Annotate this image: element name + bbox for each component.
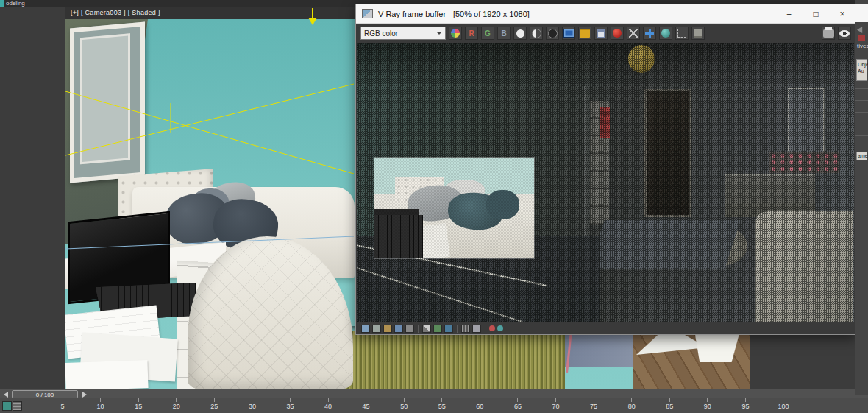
divider: [855, 112, 868, 113]
open-image-icon[interactable]: [383, 325, 392, 333]
vfb-title: V-Ray frame buffer - [50% of 1920 x 1080…: [378, 10, 530, 18]
tick-label: 70: [552, 403, 560, 410]
timeline-ruler-strip[interactable]: 5101520253035404550556065707580859095100: [0, 398, 868, 413]
blue-channel-button[interactable]: B: [497, 27, 511, 40]
timeline-tick[interactable]: 45: [355, 398, 377, 413]
timeline-tick[interactable]: 50: [393, 398, 415, 413]
close-button[interactable]: ×: [829, 4, 855, 23]
shag-rug[interactable]: [332, 331, 565, 389]
white-circle-icon: [516, 29, 524, 38]
track-bar[interactable]: [0, 389, 868, 398]
timeline-tick[interactable]: 85: [658, 398, 680, 413]
red-channel-button[interactable]: R: [465, 27, 478, 40]
timeline-tick[interactable]: 15: [127, 398, 149, 413]
monochrome-button[interactable]: [530, 27, 543, 40]
vfb-titlebar[interactable]: V-Ray frame buffer - [50% of 1920 x 1080…: [356, 4, 855, 24]
vray-frame-buffer-window[interactable]: V-Ray frame buffer - [50% of 1920 x 1080…: [355, 4, 856, 335]
minimize-button[interactable]: –: [776, 4, 803, 23]
grid-toggle-icon[interactable]: [13, 401, 22, 411]
timeline-tick[interactable]: 25: [203, 398, 225, 413]
preview-button[interactable]: [838, 27, 851, 40]
stamp-icon: [694, 29, 702, 38]
render-history-icon[interactable]: [361, 325, 370, 333]
tick-label: 15: [135, 403, 142, 410]
clear-image-icon[interactable]: [405, 325, 414, 333]
save-image-button[interactable]: [594, 27, 608, 40]
green-channel-button[interactable]: G: [481, 27, 494, 40]
histogram-icon[interactable]: [461, 325, 470, 333]
tick-mark: [669, 398, 670, 402]
tick-mark: [631, 398, 632, 402]
maximize-button[interactable]: □: [803, 4, 829, 23]
teal-dot-icon[interactable]: [497, 325, 503, 331]
half-circle-icon: [532, 29, 541, 38]
timeline-tick[interactable]: 20: [166, 398, 188, 413]
panel-tab-icon[interactable]: [858, 35, 865, 41]
timeline-tick[interactable]: 90: [697, 398, 719, 413]
clear-image-button[interactable]: [627, 27, 640, 40]
object-type-rollout[interactable]: Obje Au: [856, 59, 867, 81]
compare-vertical-icon[interactable]: [444, 325, 453, 333]
timeline-tick[interactable]: 30: [241, 398, 263, 413]
pencil-icon[interactable]: [422, 325, 431, 333]
timeline-tick[interactable]: 10: [90, 398, 112, 413]
printer-icon: [823, 29, 834, 38]
timeline-tick[interactable]: 100: [772, 398, 794, 413]
print-button[interactable]: [822, 27, 835, 40]
separator: [457, 325, 458, 333]
name-rollout[interactable]: ame: [856, 152, 867, 160]
timeline-tick[interactable]: 70: [545, 398, 567, 413]
red-sphere-icon: [613, 29, 622, 38]
tick-label: 25: [210, 403, 218, 410]
compare-horizontal-icon[interactable]: [433, 325, 442, 333]
color-corrections-button[interactable]: [449, 27, 462, 40]
tick-mark: [63, 398, 63, 402]
ribbon-tab-label[interactable]: odeling: [6, 0, 25, 7]
viewport-label[interactable]: [+] [ Camera003 ] [ Shaded ]: [71, 9, 160, 16]
save-all-icon[interactable]: [372, 325, 381, 333]
tick-mark: [594, 398, 594, 402]
previous-frame-button[interactable]: [4, 392, 8, 398]
next-frame-button[interactable]: [82, 392, 87, 398]
follow-mouse-button[interactable]: [643, 27, 656, 40]
channel-select[interactable]: RGB color: [360, 27, 446, 40]
arrow-icon[interactable]: [857, 27, 866, 33]
clear-icon: [629, 29, 638, 38]
blue-cross-icon: [645, 29, 654, 38]
tick-label: 95: [741, 403, 749, 410]
paper-sheet[interactable]: [65, 360, 149, 389]
display-button[interactable]: [562, 27, 575, 40]
divider: [855, 100, 868, 101]
timeline-tick[interactable]: 65: [507, 398, 529, 413]
open-image-button[interactable]: [578, 27, 591, 40]
isolate-toggle-icon[interactable]: [2, 401, 12, 411]
load-image-icon[interactable]: [394, 325, 403, 333]
vfb-window-icon: [362, 9, 373, 18]
stamp-button[interactable]: [691, 27, 705, 40]
vfb-render-area[interactable]: [357, 43, 854, 322]
timeline-tick[interactable]: 80: [621, 398, 643, 413]
ribbon-accent-icon: [0, 0, 4, 7]
timeline-tick[interactable]: 35: [279, 398, 301, 413]
timeline-tick[interactable]: 40: [317, 398, 339, 413]
timeline-tick[interactable]: 5: [51, 398, 74, 413]
timeline-tick[interactable]: 75: [583, 398, 605, 413]
tick-mark: [138, 398, 139, 402]
tick-label: 30: [249, 403, 256, 410]
picture-frame[interactable]: [70, 22, 145, 183]
panel-label-fragment: Au: [858, 68, 866, 74]
red-dot-icon[interactable]: [489, 325, 495, 331]
region-render-button[interactable]: [675, 27, 689, 40]
tick-label: 40: [324, 403, 332, 410]
timeline-tick[interactable]: 95: [734, 398, 756, 413]
background-toggle-button[interactable]: [546, 27, 559, 40]
stereo-button[interactable]: [659, 27, 672, 40]
timeline-ruler[interactable]: 5101520253035404550556065707580859095100: [51, 398, 794, 413]
render-last-button[interactable]: [611, 27, 624, 40]
timeline-tick[interactable]: 55: [431, 398, 453, 413]
time-slider[interactable]: 0 / 100: [12, 390, 78, 398]
timeline-tick[interactable]: 60: [469, 398, 491, 413]
alpha-channel-button[interactable]: [513, 27, 527, 40]
tick-mark: [783, 398, 783, 402]
stamp-small-icon[interactable]: [472, 325, 481, 333]
